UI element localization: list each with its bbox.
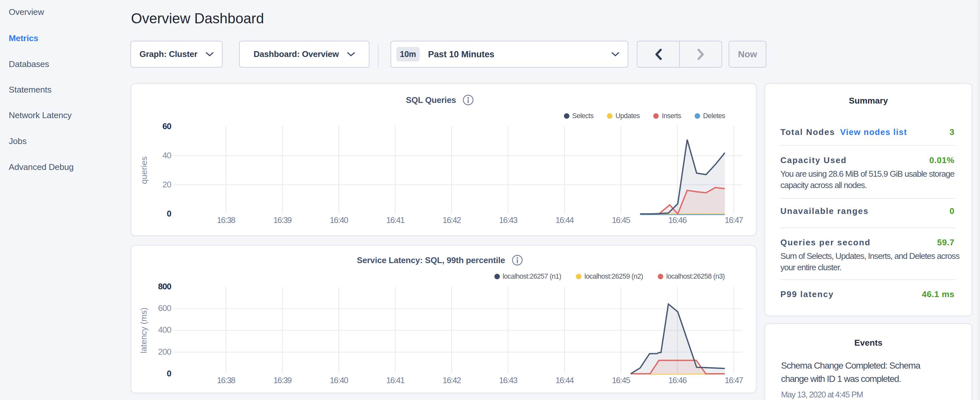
svg-text:16:40: 16:40 — [330, 215, 348, 225]
svg-text:16:43: 16:43 — [499, 215, 517, 225]
svg-text:20: 20 — [162, 180, 171, 189]
svg-text:16:47: 16:47 — [725, 376, 743, 385]
svg-text:queries: queries — [139, 156, 149, 184]
svg-text:0: 0 — [167, 209, 172, 218]
svg-text:16:42: 16:42 — [442, 215, 461, 225]
svg-text:60: 60 — [162, 121, 171, 131]
svg-text:16:38: 16:38 — [217, 376, 235, 385]
svg-text:0: 0 — [167, 369, 172, 378]
svg-text:16:44: 16:44 — [555, 376, 574, 385]
svg-text:400: 400 — [158, 325, 172, 335]
svg-text:40: 40 — [162, 150, 171, 160]
svg-text:800: 800 — [158, 282, 172, 291]
svg-text:16:41: 16:41 — [386, 215, 404, 225]
svg-text:16:39: 16:39 — [274, 215, 291, 225]
svg-text:latency (ms): latency (ms) — [139, 308, 148, 354]
svg-text:200: 200 — [158, 347, 172, 357]
svg-text:16:46: 16:46 — [668, 215, 687, 225]
svg-text:16:44: 16:44 — [555, 215, 574, 225]
svg-text:16:43: 16:43 — [499, 376, 517, 385]
svg-text:16:41: 16:41 — [386, 376, 404, 385]
svg-text:16:38: 16:38 — [217, 215, 235, 225]
svg-text:16:46: 16:46 — [668, 376, 687, 385]
svg-text:600: 600 — [158, 303, 172, 313]
svg-text:16:45: 16:45 — [612, 376, 630, 385]
svg-text:16:39: 16:39 — [274, 376, 291, 385]
svg-text:16:42: 16:42 — [442, 376, 461, 385]
svg-text:16:45: 16:45 — [612, 215, 630, 225]
svg-text:16:47: 16:47 — [725, 215, 743, 225]
svg-text:16:40: 16:40 — [330, 376, 348, 385]
